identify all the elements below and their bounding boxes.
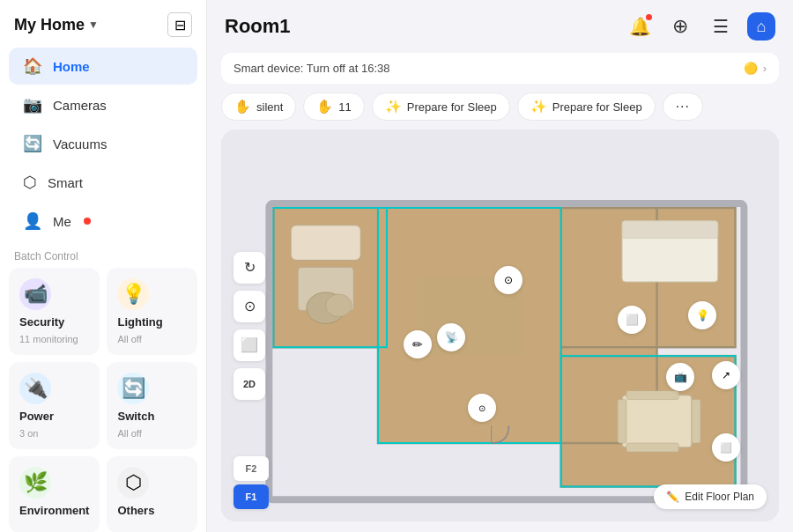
svg-rect-25 <box>626 443 678 452</box>
hand-icon: ✋ <box>234 99 251 115</box>
svg-rect-22 <box>618 400 626 443</box>
floor-f2-button[interactable]: F2 <box>233 456 269 481</box>
batch-card-environment[interactable]: 🌿 Environment <box>9 456 100 532</box>
sidebar: My Home ▼ ⊟ 🏠 Home 📷 Cameras 🔄 Vacuums ⬡… <box>0 0 207 532</box>
sidebar-header: My Home ▼ ⊟ <box>0 0 206 46</box>
scene-chip-prepare-sleep-2[interactable]: ✨ Prepare for Sleep <box>517 92 656 121</box>
edit-pencil-icon: ✏️ <box>666 491 679 503</box>
device-lamp[interactable]: 💡 <box>688 301 716 329</box>
main-content: Room1 🔔 ⊕ ☰ ⌂ Smart device: Turn off at … <box>207 0 793 532</box>
edit-floor-plan-button[interactable]: ✏️ Edit Floor Plan <box>654 484 767 509</box>
batch-card-security[interactable]: 📹 Security 11 monitoring <box>9 268 100 355</box>
device-bottom[interactable]: ⊙ <box>468 394 496 422</box>
f1-label: F1 <box>246 491 257 502</box>
batch-card-switch[interactable]: 🔄 Switch All off <box>107 362 197 449</box>
device-edit[interactable]: ✏ <box>404 330 432 358</box>
svg-rect-23 <box>692 400 700 443</box>
screen-icon: 📺 <box>674 371 687 383</box>
arrow-icon: ↗ <box>722 369 730 381</box>
scene-chip-label: silent <box>256 100 283 114</box>
smart-device-bar-right: 🟡 › <box>744 62 767 75</box>
batch-card-sub: All off <box>117 428 187 439</box>
home-title: My Home <box>14 16 85 34</box>
device-screen[interactable]: 📺 <box>666 363 694 391</box>
svg-rect-24 <box>626 391 678 400</box>
sparkle-icon: ✨ <box>530 99 547 115</box>
sidebar-title[interactable]: My Home ▼ <box>14 16 99 34</box>
smart-device-icon: 🟡 <box>744 62 758 75</box>
device-bottom-right[interactable]: ⬜ <box>712 433 740 462</box>
sidebar-item-vacuums[interactable]: 🔄 Vacuums <box>9 125 197 162</box>
page-title: Room1 <box>225 15 291 38</box>
device-icon: ⬜ <box>626 314 639 326</box>
switch-icon: 🔄 <box>117 373 149 404</box>
camera-icon: 📷 <box>23 95 42 115</box>
f2-label: F2 <box>246 463 257 474</box>
refresh-button[interactable]: ↻ <box>233 252 265 284</box>
more-dots-icon: ··· <box>676 99 690 115</box>
edit-icon: ✏ <box>412 337 423 351</box>
add-button[interactable]: ⊕ <box>666 12 694 41</box>
chevron-down-icon: ▼ <box>88 18 99 31</box>
frame-button[interactable]: ⬜ <box>233 329 265 361</box>
batch-control-label: Batch Control <box>0 241 206 268</box>
batch-card-name: Security <box>19 315 89 329</box>
device-top-right[interactable]: ⬜ <box>618 306 646 334</box>
sidebar-item-me[interactable]: 👤 Me <box>9 203 197 240</box>
sidebar-item-home[interactable]: 🏠 Home <box>9 48 197 85</box>
batch-card-name: Environment <box>19 504 89 517</box>
main-header: Room1 🔔 ⊕ ☰ ⌂ <box>207 0 793 53</box>
batch-card-name: Switch <box>117 410 187 423</box>
focus-button[interactable]: ⊙ <box>233 291 265 322</box>
batch-card-sub: 3 on <box>19 428 89 439</box>
header-icons: 🔔 ⊕ ☰ ⌂ <box>626 12 775 41</box>
power-icon: 🔌 <box>19 373 51 404</box>
batch-card-sub: 11 monitoring <box>19 334 89 344</box>
smart-icon: ⬡ <box>23 173 37 192</box>
sidebar-item-label: Home <box>53 59 90 74</box>
layout-icon: ⊟ <box>174 17 186 33</box>
batch-card-lighting[interactable]: 💡 Lighting All off <box>107 268 197 355</box>
sidebar-item-cameras[interactable]: 📷 Cameras <box>9 86 197 123</box>
home-icon: 🏠 <box>23 56 42 76</box>
sidebar-item-smart[interactable]: ⬡ Smart <box>9 164 197 201</box>
edit-floor-label: Edit Floor Plan <box>685 491 754 503</box>
batch-grid: 📹 Security 11 monitoring 💡 Lighting All … <box>0 268 206 532</box>
svg-rect-20 <box>622 221 718 239</box>
others-icon: ⬡ <box>117 467 149 499</box>
sidebar-nav: 🏠 Home 📷 Cameras 🔄 Vacuums ⬡ Smart 👤 Me <box>0 46 206 241</box>
menu-button[interactable]: ☰ <box>707 12 735 41</box>
layout-toggle-button[interactable]: ⊟ <box>167 12 192 37</box>
hand-icon: ✋ <box>316 99 333 115</box>
scene-chip-11[interactable]: ✋ 11 <box>303 92 364 121</box>
thermostat-icon: ⊙ <box>504 274 513 286</box>
brand-icon: ⌂ <box>757 18 767 36</box>
batch-card-name: Lighting <box>117 315 187 329</box>
svg-point-18 <box>326 294 352 317</box>
brand-button[interactable]: ⌂ <box>747 12 775 41</box>
device-arrow[interactable]: ↗ <box>712 361 740 389</box>
device-router[interactable]: 📡 <box>437 323 465 351</box>
lamp-icon: 💡 <box>696 309 709 321</box>
2d-button[interactable]: 2D <box>233 368 265 400</box>
floor-f1-button[interactable]: F1 <box>233 484 269 509</box>
bell-button[interactable]: 🔔 <box>626 12 654 41</box>
batch-card-power[interactable]: 🔌 Power 3 on <box>9 362 100 449</box>
sidebar-item-label: Cameras <box>53 98 107 113</box>
scene-bar: ✋ silent ✋ 11 ✨ Prepare for Sleep ✨ Prep… <box>207 92 793 129</box>
sidebar-item-label: Me <box>53 214 71 229</box>
smart-device-bar[interactable]: Smart device: Turn off at 16:38 🟡 › <box>221 53 779 84</box>
vacuum-icon: 🔄 <box>23 134 42 153</box>
floor-toolbar: ↻ ⊙ ⬜ 2D <box>233 252 265 400</box>
device-thermostat[interactable]: ⊙ <box>494 266 522 294</box>
batch-card-others[interactable]: ⬡ Others <box>107 456 197 532</box>
notification-dot <box>84 218 91 225</box>
smart-device-text: Smart device: Turn off at 16:38 <box>233 62 390 75</box>
svg-rect-15 <box>291 225 360 261</box>
floor-buttons: F2 F1 <box>233 456 269 509</box>
scene-chip-more[interactable]: ··· <box>663 92 703 121</box>
scene-chip-silent[interactable]: ✋ silent <box>221 92 296 121</box>
me-icon: 👤 <box>23 211 42 231</box>
router-icon: 📡 <box>445 331 458 344</box>
scene-chip-prepare-sleep-1[interactable]: ✨ Prepare for Sleep <box>372 92 510 121</box>
